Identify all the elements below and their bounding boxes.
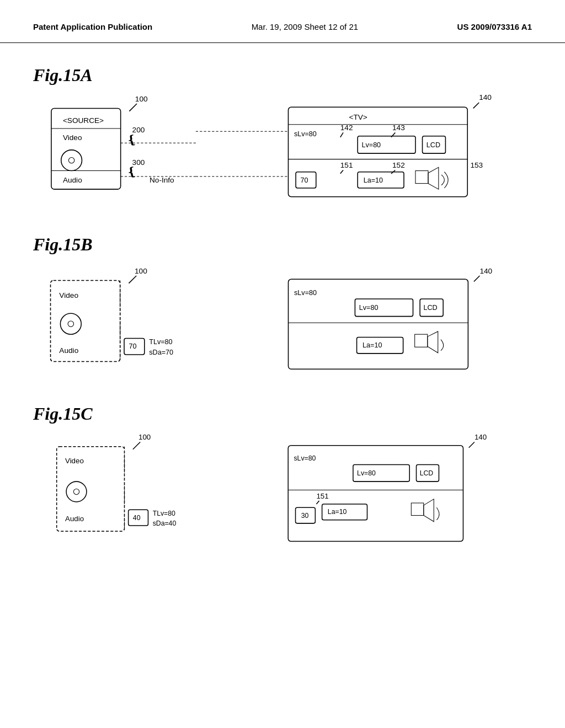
svg-text:LCD: LCD: [427, 141, 440, 149]
sheet-info: Mar. 19, 2009 Sheet 12 of 21: [252, 22, 358, 31]
svg-text:Lv=80: Lv=80: [362, 141, 381, 149]
svg-text:140: 140: [479, 267, 492, 275]
svg-text:140: 140: [475, 433, 487, 441]
svg-text:Audio: Audio: [65, 515, 84, 523]
svg-point-50: [68, 321, 74, 327]
svg-text:<SOURCE>: <SOURCE>: [63, 116, 104, 125]
svg-text:70: 70: [129, 342, 136, 350]
svg-text:152: 152: [392, 161, 405, 169]
patent-number: US 2009/073316 A1: [457, 22, 532, 31]
svg-text:sLv=80: sLv=80: [294, 289, 317, 297]
svg-text:151: 151: [340, 161, 353, 169]
fig-15c-diagram: 100 Video Audio 40 TLv=80 sDa=40 140: [33, 430, 532, 551]
svg-text:sLv=80: sLv=80: [294, 454, 316, 462]
svg-point-49: [60, 313, 81, 334]
svg-text:LCD: LCD: [420, 469, 434, 477]
svg-line-57: [474, 276, 480, 282]
svg-text:❴: ❴: [126, 133, 138, 147]
svg-text:100: 100: [138, 433, 151, 441]
content-area: Fig.15A 100 <SOURCE> Video Audio: [0, 43, 565, 595]
svg-text:30: 30: [301, 512, 309, 520]
fig-15b-label: Fig.15B: [33, 234, 532, 255]
svg-text:LCD: LCD: [423, 304, 437, 312]
svg-text:100: 100: [135, 95, 148, 103]
svg-text:Video: Video: [63, 133, 82, 142]
svg-marker-68: [428, 331, 438, 353]
figure-15b: Fig.15B 100 Video Audio 70 TLv=8: [33, 234, 532, 382]
svg-rect-39: [415, 171, 428, 184]
svg-text:140: 140: [479, 93, 492, 101]
svg-line-16: [473, 103, 479, 108]
svg-text:143: 143: [392, 124, 405, 132]
svg-point-74: [66, 481, 87, 502]
svg-text:<TV>: <TV>: [349, 113, 367, 121]
fig-15c-label: Fig.15C: [33, 404, 532, 424]
svg-text:40: 40: [133, 514, 141, 522]
page: Patent Application Publication Mar. 19, …: [0, 0, 565, 728]
fig-15b-diagram: 100 Video Audio 70 TLv=80 sDa=70 140: [33, 260, 532, 382]
svg-text:153: 153: [470, 161, 483, 169]
page-header: Patent Application Publication Mar. 19, …: [0, 0, 565, 43]
svg-text:La=10: La=10: [328, 508, 347, 516]
svg-text:La=10: La=10: [363, 341, 382, 349]
svg-text:70: 70: [300, 176, 308, 184]
svg-text:sDa=70: sDa=70: [149, 349, 173, 356]
svg-line-82: [469, 442, 475, 448]
svg-text:Lv=80: Lv=80: [357, 469, 376, 477]
svg-line-1: [129, 104, 137, 111]
svg-text:La=10: La=10: [364, 176, 383, 184]
svg-line-22: [340, 132, 343, 137]
svg-point-6: [61, 150, 82, 171]
svg-line-31: [340, 170, 343, 174]
svg-text:TLv=80: TLv=80: [153, 510, 175, 517]
svg-line-91: [316, 501, 319, 504]
svg-text:Audio: Audio: [63, 176, 82, 184]
fig-15a-label: Fig.15A: [33, 65, 532, 85]
fig-15a-diagram: 100 <SOURCE> Video Audio 200 ❴: [33, 91, 532, 212]
svg-text:sLv=80: sLv=80: [294, 130, 317, 138]
svg-line-46: [129, 276, 136, 283]
svg-text:142: 142: [340, 124, 353, 132]
svg-text:TLv=80: TLv=80: [149, 338, 172, 346]
svg-point-7: [68, 157, 74, 163]
svg-text:Audio: Audio: [59, 346, 78, 355]
svg-text:100: 100: [135, 267, 147, 275]
svg-point-75: [73, 489, 79, 494]
svg-marker-40: [428, 167, 439, 189]
svg-marker-97: [424, 499, 434, 522]
svg-line-71: [133, 442, 140, 449]
svg-rect-67: [415, 334, 428, 347]
svg-text:No-Info: No-Info: [150, 176, 174, 184]
figure-15a: Fig.15A 100 <SOURCE> Video Audio: [33, 65, 532, 212]
figure-15c: Fig.15C 100 Video Audio 40 TLv=8: [33, 404, 532, 551]
svg-line-24: [391, 132, 395, 137]
svg-text:Video: Video: [65, 457, 84, 465]
svg-text:Lv=80: Lv=80: [359, 304, 379, 312]
publication-label: Patent Application Publication: [33, 22, 152, 31]
svg-rect-96: [411, 503, 424, 516]
svg-text:151: 151: [316, 492, 328, 500]
svg-text:Video: Video: [59, 291, 78, 299]
svg-text:sDa=40: sDa=40: [153, 520, 177, 527]
